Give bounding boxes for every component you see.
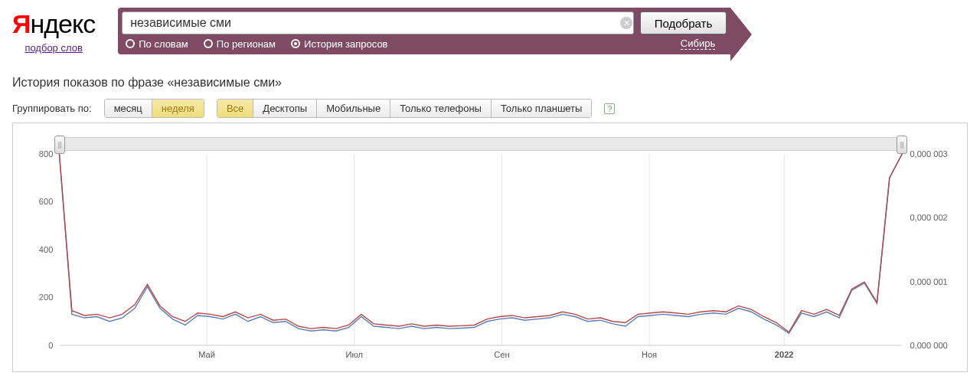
chart-frame: || || 02004006008000,000 0000,000 0010,0… [12, 123, 968, 372]
logo[interactable]: Яндекс [12, 9, 95, 39]
tab-regions[interactable]: По регионам [204, 38, 276, 50]
device-phones[interactable]: Только телефоны [390, 100, 492, 117]
svg-text:0,000 003: 0,000 003 [910, 149, 947, 159]
svg-text:0,000 000: 0,000 000 [910, 341, 947, 350]
tab-history[interactable]: История запросов [291, 38, 388, 50]
svg-text:800: 800 [39, 149, 54, 159]
arrow-decoration [730, 8, 752, 61]
chart-plot: 02004006008000,000 0000,000 0010,000 002… [22, 137, 958, 367]
svg-text:600: 600 [39, 198, 54, 207]
page-title: История показов по фразе «независимые см… [12, 76, 968, 90]
group-label: Группировать по: [12, 103, 92, 114]
device-mobile[interactable]: Мобильные [317, 100, 390, 117]
tab-words[interactable]: По словам [126, 38, 188, 50]
svg-text:0,000 002: 0,000 002 [910, 213, 947, 222]
device-toggle: Все Десктопы Мобильные Только телефоны Т… [217, 99, 592, 118]
group-month[interactable]: месяц [105, 100, 152, 117]
svg-text:2022: 2022 [775, 350, 794, 359]
wordstat-link[interactable]: подбор слов [12, 42, 95, 54]
radio-icon [204, 39, 213, 48]
svg-text:Май: Май [198, 350, 215, 359]
svg-text:0,000 001: 0,000 001 [910, 277, 947, 286]
svg-text:200: 200 [39, 293, 54, 302]
radio-icon [291, 39, 300, 48]
region-link[interactable]: Сибирь [681, 38, 715, 50]
tab-words-label: По словам [139, 38, 188, 50]
svg-text:400: 400 [39, 245, 54, 254]
device-desktop[interactable]: Десктопы [253, 100, 317, 117]
search-input[interactable] [122, 11, 633, 34]
svg-text:Ноя: Ноя [642, 350, 657, 359]
device-all[interactable]: Все [217, 100, 253, 117]
svg-text:Сен: Сен [494, 350, 509, 359]
tab-history-label: История запросов [304, 38, 388, 50]
tab-regions-label: По регионам [217, 38, 276, 50]
logo-rest: ндекс [30, 9, 95, 38]
group-week[interactable]: неделя [152, 100, 204, 117]
chart-area: || || 02004006008000,000 0000,000 0010,0… [22, 137, 958, 367]
device-tablets[interactable]: Только планшеты [492, 100, 591, 117]
radio-icon [126, 39, 135, 48]
submit-button[interactable]: Подобрать [640, 11, 727, 34]
group-by-toggle: месяц неделя [104, 99, 204, 118]
svg-text:0: 0 [48, 341, 53, 350]
help-icon[interactable]: ? [604, 103, 615, 114]
svg-text:Июл: Июл [345, 350, 363, 359]
logo-first-letter: Я [12, 9, 30, 38]
